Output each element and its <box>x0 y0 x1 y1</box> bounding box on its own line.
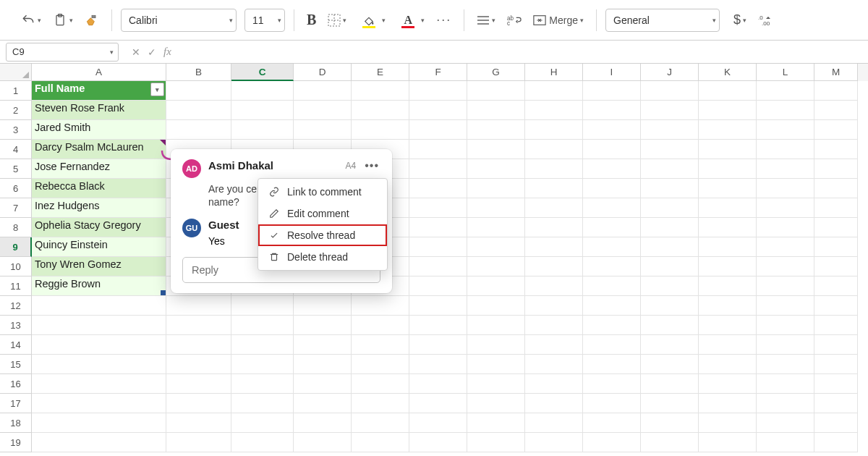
cell[interactable] <box>699 316 757 335</box>
cell[interactable] <box>231 335 294 355</box>
cell[interactable] <box>409 237 467 257</box>
number-format-select[interactable]: General▾ <box>605 9 720 32</box>
confirm-icon[interactable]: ✓ <box>148 46 156 58</box>
cell[interactable] <box>814 257 858 276</box>
cell[interactable]: Steven Rose Frank <box>32 101 166 120</box>
cell[interactable] <box>467 237 525 257</box>
cell[interactable] <box>467 335 525 355</box>
cell[interactable] <box>814 296 858 316</box>
cell[interactable] <box>231 120 294 140</box>
cell[interactable] <box>583 433 641 452</box>
cell[interactable] <box>757 413 814 433</box>
cell[interactable] <box>641 159 699 179</box>
cell[interactable] <box>641 276 699 296</box>
cell[interactable] <box>641 218 699 237</box>
menu-edit-comment[interactable]: Edit comment <box>258 203 387 224</box>
row-header[interactable]: 11 <box>0 276 32 296</box>
row-header[interactable]: 13 <box>0 316 32 335</box>
cell[interactable] <box>231 355 294 374</box>
cell[interactable] <box>409 276 467 296</box>
row-header[interactable]: 1 <box>0 81 32 101</box>
cell[interactable] <box>814 335 858 355</box>
cell[interactable]: Quincy Einstein <box>32 237 166 257</box>
cell[interactable] <box>294 120 352 140</box>
row-header[interactable]: 5 <box>0 159 32 179</box>
currency-button[interactable]: $▾ <box>730 8 750 33</box>
cell[interactable] <box>525 101 583 120</box>
cell[interactable] <box>583 120 641 140</box>
cell[interactable] <box>525 159 583 179</box>
row-header[interactable]: 14 <box>0 335 32 355</box>
cell[interactable] <box>814 81 858 101</box>
cell[interactable] <box>32 413 166 433</box>
cell[interactable] <box>467 218 525 237</box>
font-select[interactable]: Calibri▾ <box>121 9 237 32</box>
cell[interactable] <box>757 140 814 159</box>
cell[interactable] <box>641 433 699 452</box>
cell[interactable] <box>814 276 858 296</box>
cell[interactable] <box>166 394 231 413</box>
cell[interactable] <box>166 335 231 355</box>
cell[interactable] <box>699 218 757 237</box>
cell[interactable] <box>294 335 352 355</box>
cell[interactable] <box>525 316 583 335</box>
cell[interactable] <box>352 316 409 335</box>
cell[interactable] <box>583 159 641 179</box>
cell[interactable] <box>699 81 757 101</box>
cell[interactable] <box>467 140 525 159</box>
cell[interactable] <box>814 198 858 218</box>
cell[interactable] <box>409 218 467 237</box>
cell[interactable] <box>231 433 294 452</box>
cell[interactable] <box>583 394 641 413</box>
cell[interactable] <box>166 296 231 316</box>
cell[interactable] <box>583 413 641 433</box>
borders-button[interactable]: ▾ <box>324 8 350 33</box>
cell[interactable] <box>467 81 525 101</box>
cell[interactable] <box>294 101 352 120</box>
row-header[interactable]: 17 <box>0 394 32 413</box>
cell[interactable] <box>814 374 858 394</box>
cell[interactable] <box>583 316 641 335</box>
font-color-button[interactable]: A ▾ <box>393 8 428 33</box>
cell[interactable] <box>32 335 166 355</box>
cell[interactable] <box>641 237 699 257</box>
cell[interactable] <box>467 179 525 198</box>
cell[interactable] <box>757 120 814 140</box>
col-F[interactable]: F <box>409 64 467 81</box>
cell[interactable] <box>467 120 525 140</box>
cell[interactable] <box>641 198 699 218</box>
row-header[interactable]: 10 <box>0 257 32 276</box>
cell[interactable] <box>699 433 757 452</box>
row-header[interactable]: 8 <box>0 218 32 237</box>
cell[interactable] <box>409 413 467 433</box>
cell[interactable] <box>467 433 525 452</box>
cell[interactable] <box>757 237 814 257</box>
cell[interactable] <box>409 257 467 276</box>
cell[interactable] <box>814 140 858 159</box>
merge-button[interactable]: Merge ▾ <box>529 8 587 33</box>
cell[interactable] <box>757 218 814 237</box>
name-box[interactable]: C9▾ <box>6 43 119 62</box>
col-L[interactable]: L <box>757 64 814 81</box>
cell[interactable] <box>641 257 699 276</box>
cell[interactable]: Jared Smith <box>32 120 166 140</box>
cell[interactable] <box>231 101 294 120</box>
cell[interactable] <box>525 120 583 140</box>
row-header[interactable]: 19 <box>0 433 32 452</box>
cell[interactable] <box>525 257 583 276</box>
cell[interactable] <box>641 120 699 140</box>
cell[interactable] <box>699 257 757 276</box>
cell[interactable] <box>641 335 699 355</box>
comment-more-button[interactable]: ••• <box>363 159 380 172</box>
select-all-corner[interactable] <box>0 64 32 81</box>
cell[interactable] <box>814 218 858 237</box>
cell[interactable] <box>699 335 757 355</box>
cell[interactable] <box>757 433 814 452</box>
cell[interactable] <box>583 140 641 159</box>
cell[interactable] <box>525 81 583 101</box>
fx-icon[interactable]: fx <box>163 46 171 58</box>
cell[interactable] <box>166 433 231 452</box>
cell[interactable] <box>641 140 699 159</box>
cell[interactable] <box>525 218 583 237</box>
cell[interactable] <box>699 159 757 179</box>
